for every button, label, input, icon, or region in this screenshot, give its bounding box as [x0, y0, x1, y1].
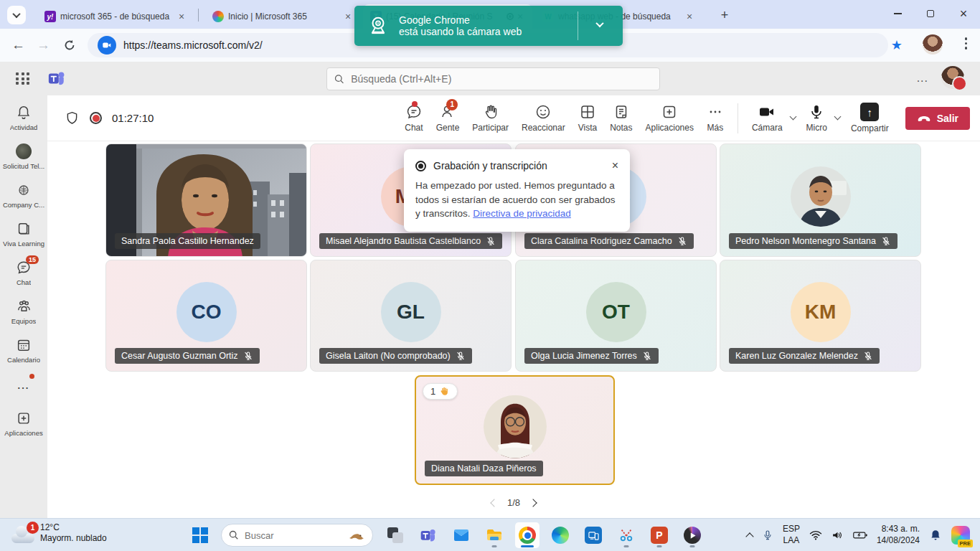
- chrome-icon[interactable]: [515, 522, 540, 548]
- participant-name: Sandra Paola Castillo Hernandez: [121, 236, 254, 246]
- sidebar-item-more[interactable]: ...: [0, 374, 47, 391]
- sidebar-item-calendario[interactable]: Calendario: [0, 336, 47, 364]
- weather-widget[interactable]: 1 12°C Mayorm. nublado: [10, 522, 107, 544]
- participant-tile-cesar[interactable]: CO Cesar Augusto Guzman Ortiz: [105, 260, 307, 372]
- sidebar-item-chat[interactable]: 15 Chat: [0, 259, 47, 286]
- windows-taskbar: 1 12°C Mayorm. nublado: [0, 518, 980, 551]
- next-page-chevron-icon[interactable]: [529, 499, 537, 507]
- tray-expand-chevron-icon[interactable]: [745, 532, 753, 540]
- taskbar-search[interactable]: [221, 524, 373, 547]
- sidebar-item-label: Equipos: [11, 317, 36, 325]
- sidebar-item-actividad[interactable]: Actividad: [0, 104, 47, 131]
- avatar-initials: KM: [791, 282, 851, 342]
- mic-options-chevron-icon[interactable]: [834, 113, 842, 121]
- header-more-options-button[interactable]: ...: [917, 72, 928, 85]
- notification-message: está usando la cámara web: [399, 26, 522, 37]
- mic-button[interactable]: Micro: [806, 103, 827, 133]
- snipping-tool-icon[interactable]: [614, 522, 639, 548]
- camera-options-chevron-icon[interactable]: [789, 113, 796, 121]
- maximize-button[interactable]: [914, 0, 947, 27]
- camera-usage-notification[interactable]: Google Chrome está usando la cámara web: [354, 6, 623, 46]
- participant-tile-gisela[interactable]: GL Gisela Laiton (No comprobado): [310, 260, 512, 372]
- button-label: Más: [707, 123, 724, 133]
- participant-tile-sandra[interactable]: Sandra Paola Castillo Hernandez: [105, 143, 307, 257]
- tab-list-chevron-button[interactable]: [7, 6, 26, 24]
- share-button[interactable]: ↑ Compartir: [851, 103, 889, 133]
- participant-name: Karen Luz Gonzalez Melendez: [735, 351, 858, 361]
- copilot-icon[interactable]: PRE: [951, 526, 970, 545]
- dialog-close-icon[interactable]: ×: [612, 159, 618, 172]
- tab-close-icon[interactable]: ×: [341, 10, 354, 23]
- back-button[interactable]: ←: [11, 37, 25, 53]
- shield-icon[interactable]: [65, 110, 80, 126]
- minimize-button[interactable]: [881, 0, 914, 27]
- notes-icon: [613, 103, 630, 121]
- aplicaciones-button[interactable]: Aplicaciones: [646, 103, 694, 133]
- sidebar-item-aplicaciones[interactable]: Aplicaciones: [0, 410, 47, 437]
- reaccionar-button[interactable]: Reaccionar: [522, 103, 565, 133]
- device-manager-icon[interactable]: [581, 522, 606, 548]
- sidebar-item-company[interactable]: Company C...: [0, 182, 47, 209]
- leave-button[interactable]: Salir: [905, 107, 970, 130]
- plus-square-icon: [15, 410, 32, 427]
- browser-menu-button[interactable]: [965, 37, 968, 50]
- sidebar-item-viva-learning[interactable]: Viva Learning: [0, 220, 47, 248]
- refresh-button[interactable]: [63, 39, 76, 52]
- privacy-policy-link[interactable]: Directiva de privacidad: [473, 208, 571, 219]
- participant-tile-diana[interactable]: 1 Diana Natali Daza Piñeros: [415, 375, 615, 485]
- file-explorer-icon[interactable]: [482, 522, 507, 548]
- browser-profile-avatar[interactable]: [923, 34, 943, 55]
- teams-taskbar-icon[interactable]: [416, 522, 440, 548]
- teams-search-box[interactable]: [326, 67, 660, 90]
- mail-icon[interactable]: [449, 522, 473, 548]
- vista-button[interactable]: Vista: [578, 103, 597, 133]
- participant-name: Pedro Nelson Montenegro Santana: [735, 236, 876, 246]
- battery-icon[interactable]: [853, 530, 867, 540]
- browser-tab-2[interactable]: Inicio | Microsoft 365 ×: [205, 4, 360, 29]
- teams-search-input[interactable]: [351, 73, 652, 85]
- forward-button[interactable]: →: [37, 37, 50, 53]
- new-tab-button[interactable]: +: [716, 7, 733, 24]
- task-view-button[interactable]: [383, 522, 407, 548]
- previous-page-chevron-icon[interactable]: [490, 499, 498, 507]
- teams-profile-avatar[interactable]: [941, 66, 964, 89]
- clock[interactable]: 8:43 a. m. 14/08/2024: [877, 524, 920, 546]
- app-launcher-waffle-icon[interactable]: [16, 72, 30, 85]
- running-indicator: [521, 545, 534, 547]
- volume-icon[interactable]: [831, 529, 844, 541]
- participar-button[interactable]: Participar: [472, 103, 509, 133]
- notification-expand-chevron-icon[interactable]: [595, 19, 603, 27]
- recording-transcription-dialog: Grabación y transcripción × Ha empezado …: [404, 149, 630, 232]
- edge-icon[interactable]: [548, 522, 573, 548]
- tab-close-icon[interactable]: ×: [175, 10, 188, 23]
- button-label: Participar: [472, 123, 509, 133]
- participant-tile-karen[interactable]: KM Karen Luz Gonzalez Melendez: [720, 260, 921, 372]
- media-player-icon[interactable]: [680, 522, 705, 548]
- camera-button[interactable]: Cámara: [752, 103, 783, 133]
- browser-tab-1[interactable]: y! microsoft 365 - de búsqueda ×: [37, 4, 194, 29]
- tab-close-icon[interactable]: ×: [683, 10, 696, 23]
- wifi-icon[interactable]: [809, 529, 822, 541]
- gente-button[interactable]: 1 Gente: [436, 103, 460, 133]
- tray-mic-icon[interactable]: [762, 529, 773, 542]
- mas-button[interactable]: Más: [707, 103, 724, 133]
- start-button[interactable]: [192, 527, 208, 543]
- participant-tile-olga[interactable]: OT Olga Lucia Jimenez Torres: [515, 260, 717, 372]
- close-button[interactable]: ×: [947, 0, 980, 27]
- chat-button[interactable]: Chat: [405, 103, 423, 133]
- dialog-body: Ha empezado por usted. Hemos preguntado …: [415, 179, 618, 221]
- powerpoint-icon[interactable]: P: [647, 522, 672, 548]
- camera-in-use-indicator-icon[interactable]: [98, 36, 116, 55]
- notas-button[interactable]: Notas: [610, 103, 632, 133]
- bookmark-star-icon[interactable]: ★: [891, 37, 903, 53]
- participant-tile-pedro[interactable]: Pedro Nelson Montenegro Santana: [720, 143, 921, 257]
- language-indicator[interactable]: ESP LAA: [783, 524, 800, 546]
- sidebar-item-solicitud[interactable]: Solicitud Tel...: [0, 143, 47, 170]
- raise-hand-icon: [482, 103, 499, 121]
- notification-bell-icon[interactable]: [929, 529, 942, 542]
- chevron-down-icon: [12, 10, 20, 18]
- participant-name-label: Clara Catalina Rodriguez Camacho: [524, 233, 694, 249]
- sidebar-item-equipos[interactable]: Equipos: [0, 298, 47, 325]
- meeting-timer-group: 01:27:10: [65, 110, 154, 126]
- taskbar-search-input[interactable]: [245, 530, 331, 541]
